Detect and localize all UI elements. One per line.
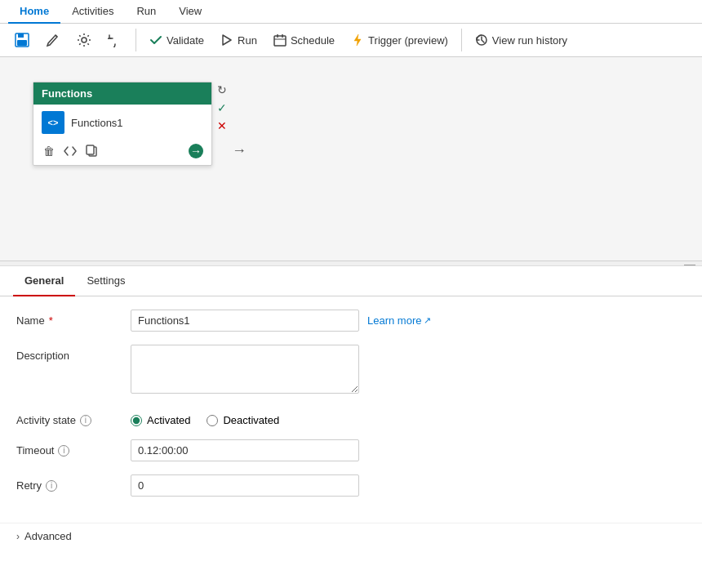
trigger-button[interactable]: Trigger (preview) <box>344 29 455 51</box>
schedule-label: Schedule <box>291 34 335 47</box>
retry-label: Retry i <box>16 474 131 492</box>
refresh-indicator[interactable]: ↻ <box>214 82 230 98</box>
deactivated-label: Deactivated <box>223 414 279 426</box>
functions-row: <> Functions1 <box>42 111 203 134</box>
view-run-history-label: View run history <box>492 34 567 47</box>
svg-rect-5 <box>274 36 286 46</box>
deactivated-option[interactable]: Deactivated <box>207 414 279 426</box>
activated-radio[interactable] <box>131 415 142 426</box>
delete-icon[interactable]: 🗑 <box>42 144 56 158</box>
tab-bar: Home Activities Run View <box>0 0 702 24</box>
name-label: Name * <box>16 310 131 327</box>
retry-row: Retry i <box>16 474 686 497</box>
description-control <box>131 345 359 396</box>
activity-state-radio-group: Activated Deactivated <box>131 409 279 426</box>
tab-home[interactable]: Home <box>8 0 60 24</box>
svg-marker-9 <box>354 34 361 46</box>
retry-input[interactable] <box>131 474 359 497</box>
required-star: * <box>49 314 53 327</box>
props-tab-general[interactable]: General <box>13 266 75 296</box>
retry-control <box>131 474 359 497</box>
undo-button[interactable] <box>101 29 129 51</box>
functions-card-body: <> Functions1 🗑 → <box>33 105 211 165</box>
validate-icon <box>149 33 162 47</box>
tab-run[interactable]: Run <box>125 0 167 24</box>
tab-view[interactable]: View <box>167 0 213 24</box>
props-tab-settings[interactable]: Settings <box>75 266 136 296</box>
gear-icon <box>77 33 91 47</box>
functions-card-header: Functions <box>33 82 211 105</box>
props-tabs: General Settings <box>0 266 702 296</box>
timeout-control <box>131 439 359 461</box>
run-label: Run <box>238 34 257 47</box>
view-run-history-button[interactable]: View run history <box>469 29 574 51</box>
validate-button[interactable]: Validate <box>143 29 211 51</box>
side-indicators: ↻ ✓ ✕ <box>214 82 230 134</box>
svg-point-3 <box>82 38 87 42</box>
description-row: Description <box>16 345 686 396</box>
undo-icon <box>108 33 122 47</box>
deactivated-radio[interactable] <box>207 415 218 426</box>
edit-button[interactable] <box>39 29 67 51</box>
timeout-info-icon[interactable]: i <box>58 445 69 457</box>
timeout-input[interactable] <box>131 439 359 461</box>
svg-rect-12 <box>87 145 94 154</box>
trigger-label: Trigger (preview) <box>368 34 448 47</box>
check-indicator[interactable]: ✓ <box>214 100 230 116</box>
history-icon <box>475 33 488 47</box>
advanced-section[interactable]: › Advanced <box>0 523 702 549</box>
svg-marker-4 <box>223 35 231 45</box>
timeout-label: Timeout i <box>16 439 131 457</box>
activity-state-row: Activity state i Activated Deactivated <box>16 409 686 426</box>
func-code-icon: <> <box>48 118 59 127</box>
func-icon-box: <> <box>42 111 64 134</box>
activated-option[interactable]: Activated <box>131 414 190 426</box>
advanced-chevron-icon: › <box>16 531 20 542</box>
activity-state-info-icon[interactable]: i <box>80 415 91 426</box>
validate-label: Validate <box>167 34 204 47</box>
toolbar: Validate Run Schedule Trigger (preview) <box>0 24 702 57</box>
settings-button[interactable] <box>70 29 98 51</box>
trigger-icon <box>351 33 364 47</box>
functions-card[interactable]: Functions <> Functions1 🗑 <box>33 82 212 166</box>
name-control <box>131 310 359 332</box>
copy-icon[interactable] <box>84 144 99 158</box>
navigate-next-icon[interactable]: → <box>189 144 203 158</box>
code-brackets-icon <box>64 146 77 156</box>
run-icon <box>220 33 233 47</box>
code-icon[interactable] <box>63 144 78 158</box>
toolbar-separator-2 <box>461 29 462 51</box>
tab-activities[interactable]: Activities <box>60 0 125 24</box>
run-button[interactable]: Run <box>214 29 264 51</box>
timeout-row: Timeout i <box>16 439 686 461</box>
name-row: Name * Learn more ↗ <box>16 310 686 332</box>
properties-panel: General Settings Name * Learn more ↗ Des… <box>0 266 702 549</box>
description-label: Description <box>16 345 131 362</box>
activity-state-label: Activity state i <box>16 409 131 426</box>
svg-rect-2 <box>17 40 27 46</box>
learn-more-text: Learn more <box>367 314 421 327</box>
save-button[interactable] <box>8 29 36 51</box>
cross-indicator[interactable]: ✕ <box>214 118 230 134</box>
save-icon <box>15 33 29 47</box>
activated-label: Activated <box>147 414 190 426</box>
schedule-button[interactable]: Schedule <box>267 29 341 51</box>
name-input[interactable] <box>131 310 359 332</box>
right-arrow-indicator[interactable]: → <box>232 142 247 159</box>
func-item-name: Functions1 <box>71 117 123 129</box>
copy-pages-icon <box>85 145 98 158</box>
functions-actions: 🗑 → <box>42 140 203 158</box>
edit-icon <box>46 33 60 47</box>
external-link-icon: ↗ <box>424 315 431 326</box>
advanced-label: Advanced <box>24 530 72 542</box>
canvas-area: Functions <> Functions1 🗑 <box>0 57 702 261</box>
form-area: Name * Learn more ↗ Description Activity <box>0 296 702 523</box>
toolbar-separator-1 <box>136 29 136 51</box>
description-textarea[interactable] <box>131 345 359 394</box>
schedule-icon <box>273 33 287 47</box>
retry-info-icon[interactable]: i <box>46 480 57 492</box>
learn-more-link[interactable]: Learn more ↗ <box>367 310 431 327</box>
svg-rect-1 <box>18 33 24 38</box>
card-title: Functions <box>42 87 92 100</box>
